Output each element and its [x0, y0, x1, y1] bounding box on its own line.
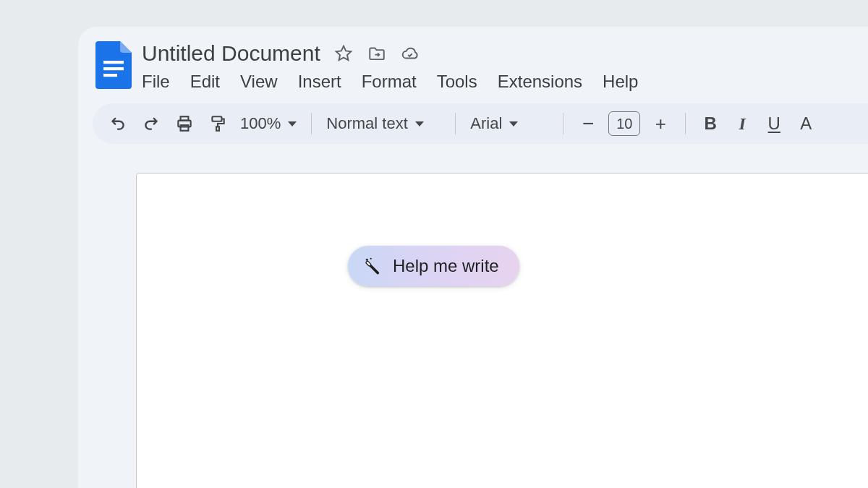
title-stack: Untitled Document — [142, 41, 638, 92]
zoom-selector[interactable]: 100% — [236, 114, 301, 133]
svg-rect-6 — [212, 116, 221, 121]
title-bar: Untitled Document — [78, 27, 868, 95]
title-row: Untitled Document — [142, 41, 638, 66]
decrease-font-size-button[interactable]: − — [574, 112, 603, 135]
print-button[interactable] — [169, 109, 200, 138]
toolbar: 100% Normal text Arial − 10 + B I — [93, 103, 868, 144]
docs-app-icon[interactable] — [95, 41, 132, 89]
divider — [455, 113, 456, 134]
svg-point-9 — [370, 258, 372, 260]
app-window: Untitled Document — [78, 27, 868, 488]
svg-rect-1 — [103, 67, 124, 70]
svg-rect-11 — [365, 261, 371, 267]
menu-view[interactable]: View — [240, 72, 278, 92]
menu-file[interactable]: File — [142, 72, 170, 92]
undo-button[interactable] — [103, 109, 133, 138]
menu-insert[interactable]: Insert — [298, 72, 341, 92]
zoom-value: 100% — [240, 114, 281, 133]
star-icon[interactable] — [333, 43, 354, 64]
svg-rect-2 — [103, 74, 117, 77]
menu-format[interactable]: Format — [362, 72, 417, 92]
canvas-area: Help me write — [78, 144, 868, 488]
menu-extensions[interactable]: Extensions — [498, 72, 582, 92]
chevron-down-icon — [415, 121, 424, 127]
font-size-stepper: − 10 + — [574, 111, 675, 136]
redo-button[interactable] — [136, 109, 166, 138]
divider — [563, 113, 563, 134]
bold-button[interactable]: B — [696, 114, 725, 134]
chevron-down-icon — [509, 121, 518, 127]
font-value: Arial — [470, 114, 502, 133]
divider — [685, 113, 686, 134]
document-title[interactable]: Untitled Document — [142, 41, 320, 66]
paragraph-style-value: Normal text — [326, 114, 407, 133]
menu-edit[interactable]: Edit — [190, 72, 220, 92]
divider — [311, 113, 312, 134]
document-page[interactable]: Help me write — [136, 173, 868, 488]
help-me-write-label: Help me write — [393, 256, 499, 276]
help-me-write-button[interactable]: Help me write — [348, 246, 519, 286]
move-folder-icon[interactable] — [367, 43, 387, 64]
svg-rect-0 — [103, 61, 124, 64]
paint-format-button[interactable] — [203, 109, 233, 138]
paragraph-style-selector[interactable]: Normal text — [322, 114, 445, 133]
increase-font-size-button[interactable]: + — [646, 113, 675, 135]
italic-button[interactable]: I — [728, 114, 757, 134]
text-color-button[interactable]: A — [791, 114, 820, 134]
menu-help[interactable]: Help — [603, 72, 638, 92]
cloud-status-icon[interactable] — [400, 43, 420, 64]
font-selector[interactable]: Arial — [466, 114, 553, 133]
chevron-down-icon — [288, 121, 297, 127]
menu-bar: File Edit View Insert Format Tools Exten… — [142, 70, 638, 92]
font-size-input[interactable]: 10 — [608, 111, 640, 136]
svg-rect-7 — [216, 127, 219, 130]
menu-tools[interactable]: Tools — [437, 72, 477, 92]
magic-wand-icon — [364, 257, 383, 275]
underline-button[interactable]: U — [760, 114, 788, 134]
svg-point-8 — [366, 259, 368, 261]
toolbar-container: 100% Normal text Arial − 10 + B I — [78, 95, 868, 144]
